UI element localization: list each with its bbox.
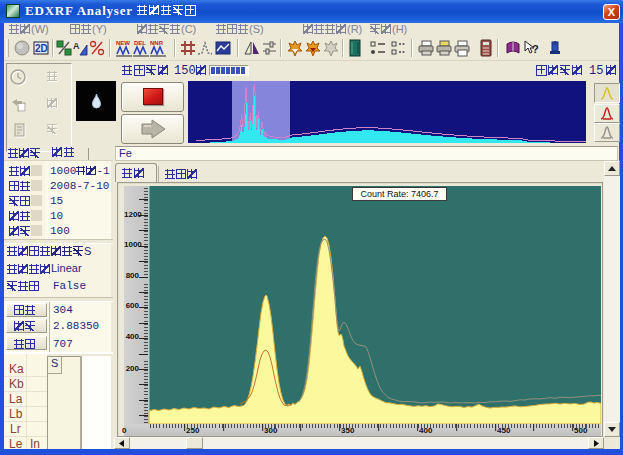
- svg-text:A: A: [73, 41, 80, 51]
- svg-text:NNR: NNR: [150, 40, 164, 46]
- svg-text:DEL: DEL: [134, 40, 146, 46]
- svg-text:?: ?: [532, 43, 539, 55]
- svg-text:NEW: NEW: [116, 40, 130, 46]
- svg-text:2D: 2D: [35, 43, 48, 54]
